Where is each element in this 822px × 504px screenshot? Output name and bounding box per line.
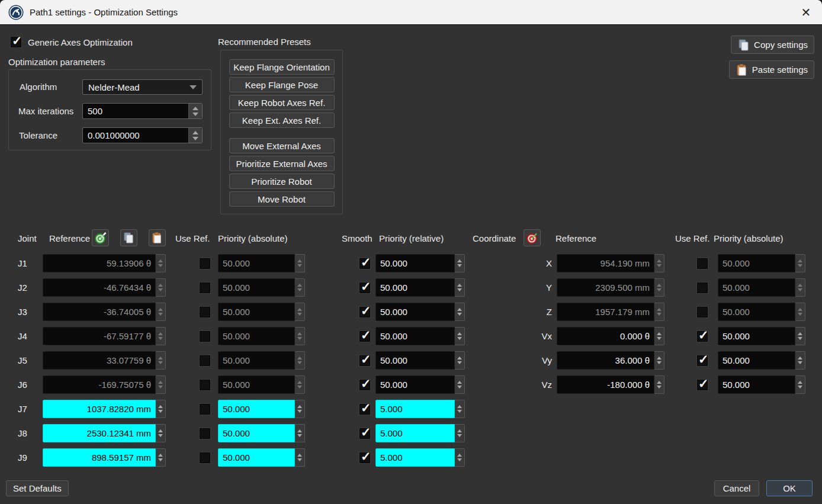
joint-reference-spinner[interactable] <box>156 424 166 442</box>
priority-absolute-spinbox[interactable]: 50.000 <box>218 424 295 442</box>
use-ref-checkbox[interactable] <box>200 404 210 415</box>
coordinate-priority-absolute-spinner[interactable] <box>795 375 805 394</box>
coordinate-priority-absolute-spinbox[interactable]: 50.000 <box>718 351 795 370</box>
use-ref-checkbox[interactable] <box>200 452 210 463</box>
use-ref-checkbox[interactable] <box>200 380 210 390</box>
joint-reference-spinbox[interactable]: 2530.12341 mm <box>43 424 156 442</box>
coordinate-priority-absolute-spinner[interactable] <box>795 351 805 370</box>
coordinate-use-ref-checkbox[interactable] <box>697 258 708 269</box>
close-icon[interactable]: ✕ <box>796 2 816 23</box>
smooth-checkbox[interactable] <box>359 307 370 317</box>
priority-relative-spinner[interactable] <box>455 424 465 442</box>
title-bar[interactable]: Path1 settings - Optimization Settings ✕ <box>0 0 822 25</box>
joint-reference-spinbox[interactable]: 1037.82820 mm <box>43 400 156 418</box>
priority-relative-spinbox[interactable]: 50.000 <box>375 303 455 321</box>
generic-axes-checkbox[interactable] <box>11 37 21 47</box>
preset-keep-robot-axes-ref[interactable]: Keep Robot Axes Ref. <box>229 95 335 110</box>
use-ref-checkbox[interactable] <box>200 355 210 366</box>
priority-relative-spinbox[interactable]: 50.000 <box>375 254 455 272</box>
priority-relative-spinner[interactable] <box>455 400 465 418</box>
smooth-checkbox[interactable] <box>359 283 370 293</box>
priority-relative-spinner[interactable] <box>455 448 465 467</box>
coordinate-reference-spinbox: 954.190 mm <box>557 254 654 272</box>
algorithm-select[interactable]: Nelder-Mead <box>82 79 203 95</box>
priority-relative-spinner[interactable] <box>455 254 465 272</box>
priority-relative-spinner[interactable] <box>455 351 465 370</box>
priority-relative-spinbox[interactable]: 50.000 <box>375 375 455 394</box>
priority-relative-spinbox[interactable]: 5.000 <box>375 424 455 442</box>
cancel-button[interactable]: Cancel <box>714 480 759 496</box>
max-iterations-spinner[interactable] <box>188 104 202 118</box>
coordinate-reference-spinbox[interactable]: 0.000 θ <box>557 327 654 345</box>
smooth-checkbox[interactable] <box>359 452 370 463</box>
paste-settings-button[interactable]: Paste settings <box>729 60 814 79</box>
priority-absolute-spinner[interactable] <box>295 448 305 467</box>
preset-prioritize-external-axes[interactable]: Prioritize External Axes <box>229 156 335 171</box>
preset-move-robot[interactable]: Move Robot <box>229 191 335 207</box>
copy-joint-values-button[interactable] <box>120 229 137 246</box>
smooth-checkbox[interactable] <box>359 428 370 439</box>
priority-relative-spinner[interactable] <box>455 278 465 297</box>
table-row-j9: J9 898.59157 mm 50.000 5.000 <box>0 448 822 467</box>
priority-relative-spinner[interactable] <box>455 303 465 321</box>
preset-keep-flange-pose[interactable]: Keep Flange Pose <box>229 77 335 92</box>
priority-relative-spinbox[interactable]: 5.000 <box>375 400 455 418</box>
table-row-j7: J7 1037.82820 mm 50.000 5.000 <box>0 400 822 418</box>
preset-keep-ext-axes-ref[interactable]: Keep Ext. Axes Ref. <box>229 113 335 128</box>
col-use-ref: Use Ref. <box>175 230 210 248</box>
coordinate-reference-target-button[interactable] <box>524 229 541 246</box>
priority-absolute-spinner[interactable] <box>295 424 305 442</box>
smooth-checkbox[interactable] <box>359 380 370 390</box>
coordinate-priority-absolute-spinbox[interactable]: 50.000 <box>718 375 795 394</box>
copy-icon <box>737 38 750 52</box>
use-ref-checkbox[interactable] <box>200 258 210 269</box>
coordinate-priority-absolute-spinner[interactable] <box>795 327 805 345</box>
set-defaults-button[interactable]: Set Defaults <box>6 480 69 496</box>
paste-joint-values-button[interactable] <box>149 229 166 246</box>
coordinate-use-ref-checkbox[interactable] <box>697 307 708 317</box>
priority-relative-spinbox[interactable]: 5.000 <box>375 448 455 467</box>
coordinate-reference-spinbox[interactable]: -180.000 θ <box>557 375 654 394</box>
coordinate-use-ref-checkbox[interactable] <box>697 380 708 390</box>
col-reference: Reference <box>49 230 90 248</box>
coordinate-priority-absolute-spinbox[interactable]: 50.000 <box>718 327 795 345</box>
smooth-checkbox[interactable] <box>359 355 370 366</box>
coordinate-reference-spinner[interactable] <box>654 375 664 394</box>
coordinate-use-ref-checkbox[interactable] <box>697 331 708 342</box>
priority-absolute-spinbox: 50.000 <box>218 254 295 272</box>
use-ref-checkbox[interactable] <box>200 307 210 317</box>
joint-reference-target-button[interactable] <box>92 229 109 246</box>
joint-reference-spinner[interactable] <box>156 448 166 467</box>
smooth-checkbox[interactable] <box>359 404 370 415</box>
priority-relative-spinner[interactable] <box>455 375 465 394</box>
priority-relative-spinbox[interactable]: 50.000 <box>375 327 455 345</box>
preset-move-external-axes[interactable]: Move External Axes <box>229 138 335 153</box>
max-iterations-input[interactable]: 500 <box>82 103 203 119</box>
tolerance-spinner[interactable] <box>188 128 202 143</box>
coordinate-reference-spinner[interactable] <box>654 351 664 370</box>
priority-absolute-spinbox[interactable]: 50.000 <box>218 448 295 467</box>
coordinate-reference-spinner[interactable] <box>654 327 664 345</box>
priority-relative-spinbox[interactable]: 50.000 <box>375 351 455 370</box>
coordinate-reference-spinbox[interactable]: 36.000 θ <box>557 351 654 370</box>
priority-relative-spinbox[interactable]: 50.000 <box>375 278 455 297</box>
ok-button[interactable]: OK <box>766 480 813 496</box>
tolerance-input[interactable]: 0.001000000 <box>82 127 203 143</box>
joint-reference-spinbox[interactable]: 898.59157 mm <box>43 448 156 467</box>
preset-keep-flange-orientation[interactable]: Keep Flange Orientation <box>229 59 335 75</box>
smooth-checkbox[interactable] <box>359 258 370 269</box>
coordinate-use-ref-checkbox[interactable] <box>697 355 708 366</box>
priority-absolute-spinbox[interactable]: 50.000 <box>218 400 295 418</box>
priority-absolute-spinner[interactable] <box>295 400 305 418</box>
priority-relative-spinner[interactable] <box>455 327 465 345</box>
coordinate-use-ref-checkbox[interactable] <box>697 283 708 293</box>
use-ref-checkbox[interactable] <box>200 283 210 293</box>
smooth-checkbox[interactable] <box>359 331 370 342</box>
preset-prioritize-robot[interactable]: Prioritize Robot <box>229 174 335 189</box>
use-ref-checkbox[interactable] <box>200 331 210 342</box>
joint-reference-spinner[interactable] <box>156 400 166 418</box>
joint-reference-spinner <box>156 278 166 297</box>
priority-absolute-spinner <box>295 351 305 370</box>
copy-settings-button[interactable]: Copy settings <box>731 36 814 54</box>
use-ref-checkbox[interactable] <box>200 428 210 439</box>
